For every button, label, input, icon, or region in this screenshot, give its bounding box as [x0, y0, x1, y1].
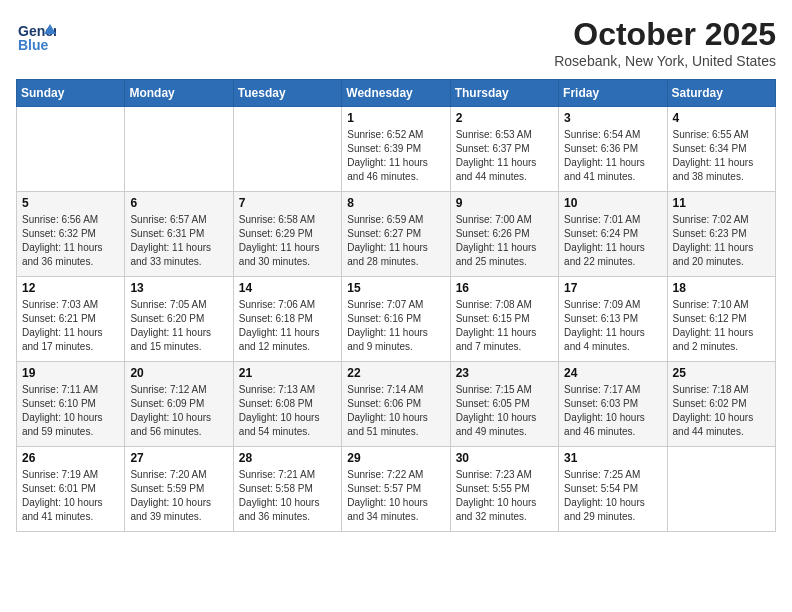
table-row: [667, 447, 775, 532]
day-number: 18: [673, 281, 770, 295]
table-row: 24Sunrise: 7:17 AMSunset: 6:03 PMDayligh…: [559, 362, 667, 447]
day-number: 3: [564, 111, 661, 125]
table-row: 15Sunrise: 7:07 AMSunset: 6:16 PMDayligh…: [342, 277, 450, 362]
day-number: 7: [239, 196, 336, 210]
day-info: Sunrise: 7:18 AMSunset: 6:02 PMDaylight:…: [673, 383, 770, 439]
table-row: 8Sunrise: 6:59 AMSunset: 6:27 PMDaylight…: [342, 192, 450, 277]
day-number: 9: [456, 196, 553, 210]
table-row: 18Sunrise: 7:10 AMSunset: 6:12 PMDayligh…: [667, 277, 775, 362]
day-number: 29: [347, 451, 444, 465]
day-number: 8: [347, 196, 444, 210]
table-row: 11Sunrise: 7:02 AMSunset: 6:23 PMDayligh…: [667, 192, 775, 277]
calendar-week-row: 12Sunrise: 7:03 AMSunset: 6:21 PMDayligh…: [17, 277, 776, 362]
table-row: 10Sunrise: 7:01 AMSunset: 6:24 PMDayligh…: [559, 192, 667, 277]
col-monday: Monday: [125, 80, 233, 107]
col-thursday: Thursday: [450, 80, 558, 107]
day-number: 23: [456, 366, 553, 380]
day-info: Sunrise: 7:02 AMSunset: 6:23 PMDaylight:…: [673, 213, 770, 269]
table-row: 21Sunrise: 7:13 AMSunset: 6:08 PMDayligh…: [233, 362, 341, 447]
day-info: Sunrise: 7:03 AMSunset: 6:21 PMDaylight:…: [22, 298, 119, 354]
table-row: 1Sunrise: 6:52 AMSunset: 6:39 PMDaylight…: [342, 107, 450, 192]
day-number: 16: [456, 281, 553, 295]
day-info: Sunrise: 7:06 AMSunset: 6:18 PMDaylight:…: [239, 298, 336, 354]
calendar-table: Sunday Monday Tuesday Wednesday Thursday…: [16, 79, 776, 532]
day-number: 27: [130, 451, 227, 465]
table-row: 4Sunrise: 6:55 AMSunset: 6:34 PMDaylight…: [667, 107, 775, 192]
day-info: Sunrise: 6:55 AMSunset: 6:34 PMDaylight:…: [673, 128, 770, 184]
logo: General Blue: [16, 16, 56, 56]
day-info: Sunrise: 6:54 AMSunset: 6:36 PMDaylight:…: [564, 128, 661, 184]
table-row: 22Sunrise: 7:14 AMSunset: 6:06 PMDayligh…: [342, 362, 450, 447]
day-info: Sunrise: 6:58 AMSunset: 6:29 PMDaylight:…: [239, 213, 336, 269]
table-row: 20Sunrise: 7:12 AMSunset: 6:09 PMDayligh…: [125, 362, 233, 447]
table-row: 30Sunrise: 7:23 AMSunset: 5:55 PMDayligh…: [450, 447, 558, 532]
table-row: 17Sunrise: 7:09 AMSunset: 6:13 PMDayligh…: [559, 277, 667, 362]
table-row: 9Sunrise: 7:00 AMSunset: 6:26 PMDaylight…: [450, 192, 558, 277]
day-number: 5: [22, 196, 119, 210]
day-number: 6: [130, 196, 227, 210]
day-info: Sunrise: 7:21 AMSunset: 5:58 PMDaylight:…: [239, 468, 336, 524]
day-number: 1: [347, 111, 444, 125]
table-row: [17, 107, 125, 192]
col-friday: Friday: [559, 80, 667, 107]
day-number: 22: [347, 366, 444, 380]
day-number: 24: [564, 366, 661, 380]
day-number: 14: [239, 281, 336, 295]
calendar-week-row: 5Sunrise: 6:56 AMSunset: 6:32 PMDaylight…: [17, 192, 776, 277]
table-row: 14Sunrise: 7:06 AMSunset: 6:18 PMDayligh…: [233, 277, 341, 362]
header: General Blue October 2025 Rosebank, New …: [16, 16, 776, 69]
table-row: 13Sunrise: 7:05 AMSunset: 6:20 PMDayligh…: [125, 277, 233, 362]
day-info: Sunrise: 6:53 AMSunset: 6:37 PMDaylight:…: [456, 128, 553, 184]
day-info: Sunrise: 7:00 AMSunset: 6:26 PMDaylight:…: [456, 213, 553, 269]
day-number: 21: [239, 366, 336, 380]
day-number: 13: [130, 281, 227, 295]
table-row: [233, 107, 341, 192]
calendar-week-row: 19Sunrise: 7:11 AMSunset: 6:10 PMDayligh…: [17, 362, 776, 447]
table-row: 16Sunrise: 7:08 AMSunset: 6:15 PMDayligh…: [450, 277, 558, 362]
calendar-week-row: 1Sunrise: 6:52 AMSunset: 6:39 PMDaylight…: [17, 107, 776, 192]
day-info: Sunrise: 6:56 AMSunset: 6:32 PMDaylight:…: [22, 213, 119, 269]
table-row: 31Sunrise: 7:25 AMSunset: 5:54 PMDayligh…: [559, 447, 667, 532]
day-info: Sunrise: 7:19 AMSunset: 6:01 PMDaylight:…: [22, 468, 119, 524]
day-info: Sunrise: 6:52 AMSunset: 6:39 PMDaylight:…: [347, 128, 444, 184]
day-info: Sunrise: 7:23 AMSunset: 5:55 PMDaylight:…: [456, 468, 553, 524]
day-info: Sunrise: 7:25 AMSunset: 5:54 PMDaylight:…: [564, 468, 661, 524]
day-info: Sunrise: 7:14 AMSunset: 6:06 PMDaylight:…: [347, 383, 444, 439]
table-row: 19Sunrise: 7:11 AMSunset: 6:10 PMDayligh…: [17, 362, 125, 447]
day-info: Sunrise: 7:12 AMSunset: 6:09 PMDaylight:…: [130, 383, 227, 439]
day-info: Sunrise: 7:10 AMSunset: 6:12 PMDaylight:…: [673, 298, 770, 354]
day-info: Sunrise: 7:09 AMSunset: 6:13 PMDaylight:…: [564, 298, 661, 354]
col-saturday: Saturday: [667, 80, 775, 107]
day-number: 10: [564, 196, 661, 210]
day-number: 26: [22, 451, 119, 465]
table-row: [125, 107, 233, 192]
calendar-week-row: 26Sunrise: 7:19 AMSunset: 6:01 PMDayligh…: [17, 447, 776, 532]
day-info: Sunrise: 7:08 AMSunset: 6:15 PMDaylight:…: [456, 298, 553, 354]
table-row: 25Sunrise: 7:18 AMSunset: 6:02 PMDayligh…: [667, 362, 775, 447]
day-number: 2: [456, 111, 553, 125]
day-number: 30: [456, 451, 553, 465]
table-row: 5Sunrise: 6:56 AMSunset: 6:32 PMDaylight…: [17, 192, 125, 277]
day-number: 31: [564, 451, 661, 465]
calendar-title: October 2025: [554, 16, 776, 53]
table-row: 23Sunrise: 7:15 AMSunset: 6:05 PMDayligh…: [450, 362, 558, 447]
col-tuesday: Tuesday: [233, 80, 341, 107]
col-sunday: Sunday: [17, 80, 125, 107]
table-row: 27Sunrise: 7:20 AMSunset: 5:59 PMDayligh…: [125, 447, 233, 532]
calendar-subtitle: Rosebank, New York, United States: [554, 53, 776, 69]
day-number: 15: [347, 281, 444, 295]
table-row: 2Sunrise: 6:53 AMSunset: 6:37 PMDaylight…: [450, 107, 558, 192]
table-row: 26Sunrise: 7:19 AMSunset: 6:01 PMDayligh…: [17, 447, 125, 532]
day-info: Sunrise: 6:59 AMSunset: 6:27 PMDaylight:…: [347, 213, 444, 269]
day-number: 12: [22, 281, 119, 295]
day-number: 4: [673, 111, 770, 125]
day-info: Sunrise: 7:22 AMSunset: 5:57 PMDaylight:…: [347, 468, 444, 524]
day-info: Sunrise: 6:57 AMSunset: 6:31 PMDaylight:…: [130, 213, 227, 269]
day-info: Sunrise: 7:11 AMSunset: 6:10 PMDaylight:…: [22, 383, 119, 439]
table-row: 12Sunrise: 7:03 AMSunset: 6:21 PMDayligh…: [17, 277, 125, 362]
day-info: Sunrise: 7:07 AMSunset: 6:16 PMDaylight:…: [347, 298, 444, 354]
day-number: 11: [673, 196, 770, 210]
table-row: 28Sunrise: 7:21 AMSunset: 5:58 PMDayligh…: [233, 447, 341, 532]
day-number: 25: [673, 366, 770, 380]
logo-icon: General Blue: [16, 16, 56, 56]
